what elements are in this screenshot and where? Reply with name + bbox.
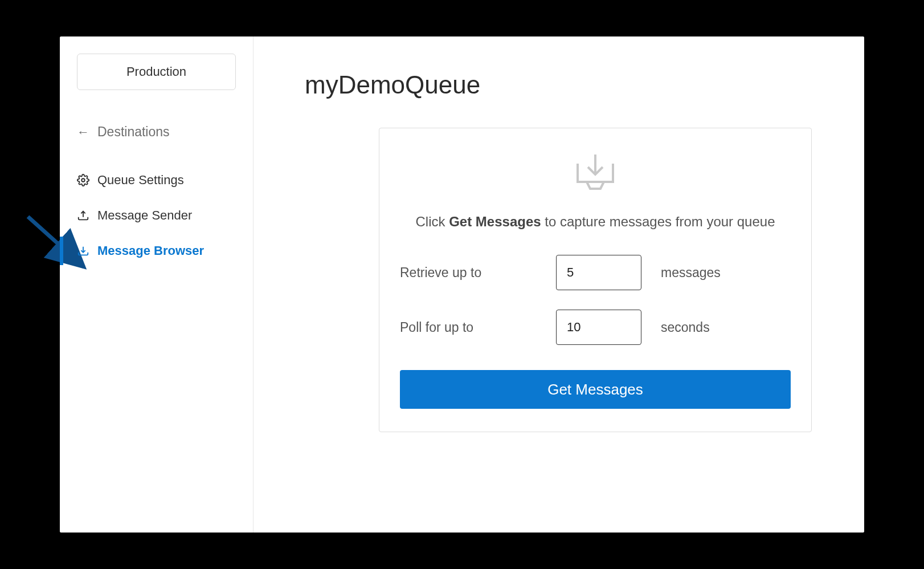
get-messages-button[interactable]: Get Messages [400,370,791,409]
sidebar-item-label: Message Sender [97,208,192,223]
back-to-destinations[interactable]: ← Destinations [60,119,253,162]
svg-point-1 [81,178,85,182]
environment-label: Production [126,64,186,79]
retrieve-row: Retrieve up to messages [400,255,791,290]
poll-label-left: Poll for up to [400,320,542,335]
main-content: myDemoQueue Click Get Messages to captur… [254,36,864,533]
hint-prefix: Click [416,214,449,229]
hint-text: Click Get Messages to capture messages f… [400,212,791,232]
poll-row: Poll for up to seconds [400,310,791,345]
app-frame: Production ← Destinations Queue Settings [60,36,864,533]
download-tray-icon [77,245,89,257]
sidebar-item-label: Message Browser [97,243,204,258]
inbox-download-icon [400,151,791,196]
poll-seconds-input[interactable] [556,310,641,345]
environment-selector[interactable]: Production [77,54,236,90]
get-messages-label: Get Messages [547,381,643,398]
hint-suffix: to capture messages from your queue [541,214,775,229]
message-browser-card: Click Get Messages to capture messages f… [379,128,812,432]
poll-label-right: seconds [661,320,791,335]
sidebar-item-message-browser[interactable]: Message Browser [60,233,253,269]
retrieve-label-right: messages [661,265,791,281]
arrow-left-icon: ← [77,125,89,140]
sidebar-item-label: Queue Settings [97,173,184,188]
back-label: Destinations [97,124,170,140]
hint-strong: Get Messages [449,214,541,229]
sidebar-item-message-sender[interactable]: Message Sender [60,198,253,233]
gear-icon [77,174,89,186]
retrieve-label-left: Retrieve up to [400,265,542,281]
upload-tray-icon [77,209,89,222]
sidebar: Production ← Destinations Queue Settings [60,36,254,533]
sidebar-item-queue-settings[interactable]: Queue Settings [60,162,253,198]
retrieve-count-input[interactable] [556,255,641,290]
page-title: myDemoQueue [305,71,824,99]
